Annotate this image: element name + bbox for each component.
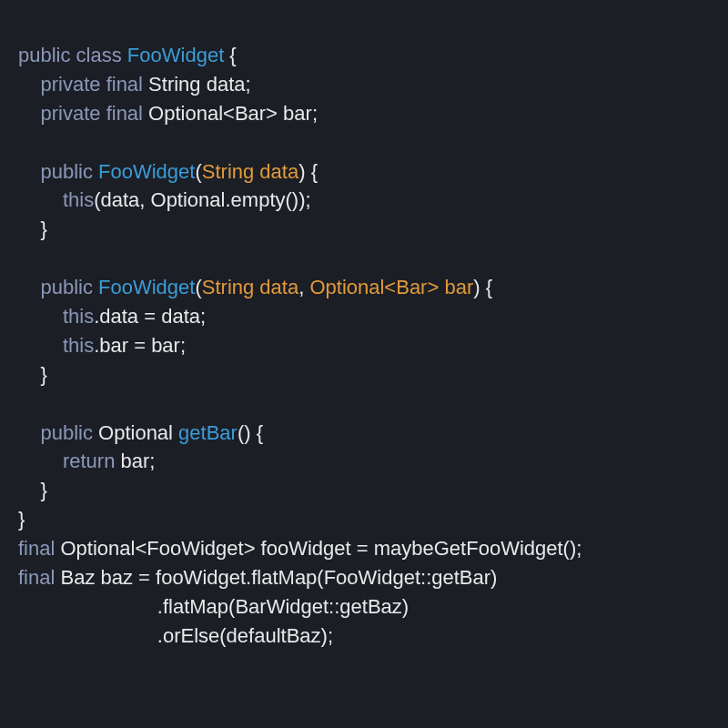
code-token: public — [18, 44, 70, 66]
code-line: this.data = data; — [18, 305, 206, 328]
code-token — [18, 450, 63, 472]
code-token: final — [18, 537, 55, 560]
code-token: ( — [195, 276, 201, 298]
code-token: (data, Optional.empty()); — [94, 188, 310, 211]
code-line: this(data, Optional.empty()); — [18, 188, 311, 211]
code-token: } — [18, 217, 47, 240]
code-token — [18, 305, 63, 328]
code-token: { — [224, 44, 236, 66]
code-token: .orElse(defaultBaz); — [18, 624, 333, 647]
code-token: this — [63, 188, 94, 211]
code-token — [18, 276, 40, 298]
code-token: , — [298, 276, 309, 298]
code-token: private — [40, 73, 100, 96]
code-line: return bar; — [18, 450, 155, 472]
code-token — [18, 102, 40, 125]
code-line: .flatMap(BarWidget::getBaz) — [18, 595, 409, 618]
code-token: this — [63, 305, 94, 328]
code-line: public Optional getBar() { — [18, 421, 263, 444]
code-token — [18, 73, 40, 96]
code-token: public — [40, 421, 92, 444]
code-token: class — [76, 44, 122, 66]
code-token: bar; — [115, 450, 155, 472]
code-token: () { — [238, 421, 263, 444]
code-token: return — [63, 450, 115, 472]
code-token: Optional<FooWidget> fooWidget = maybeGet… — [55, 537, 581, 560]
code-line: public class FooWidget { — [18, 44, 237, 66]
code-token: String data — [202, 276, 298, 298]
code-line: .orElse(defaultBaz); — [18, 624, 333, 647]
code-token: Optional<Bar> bar — [309, 276, 473, 298]
code-line: final Baz baz = fooWidget.flatMap(FooWid… — [18, 566, 497, 589]
code-token: final — [106, 73, 143, 96]
code-token: private — [40, 102, 100, 125]
code-token: FooWidget — [98, 276, 195, 298]
code-line: } — [18, 363, 47, 386]
code-token: public — [40, 276, 92, 298]
code-line: final Optional<FooWidget> fooWidget = ma… — [18, 537, 581, 560]
code-token: ( — [195, 160, 201, 183]
code-token: ) { — [298, 160, 318, 183]
code-block: public class FooWidget { private final S… — [0, 0, 728, 669]
code-token: } — [18, 479, 47, 501]
code-line: } — [18, 508, 25, 531]
code-token — [18, 334, 63, 357]
code-token: final — [18, 566, 55, 589]
code-line: } — [18, 217, 47, 240]
code-token: Optional — [93, 421, 178, 444]
code-token — [18, 421, 40, 444]
code-line: public FooWidget(String data, Optional<B… — [18, 276, 492, 298]
code-token: FooWidget — [127, 44, 224, 66]
code-token: Baz baz = fooWidget.flatMap(FooWidget::g… — [55, 566, 497, 589]
code-token: public — [40, 160, 92, 183]
code-line: } — [18, 479, 47, 501]
code-token: String data; — [143, 73, 251, 96]
code-token: ) { — [473, 276, 492, 298]
code-token: final — [106, 102, 143, 125]
code-token — [18, 160, 40, 183]
code-token: String data — [202, 160, 298, 183]
code-line: this.bar = bar; — [18, 334, 186, 357]
code-token — [18, 188, 63, 211]
code-token: .flatMap(BarWidget::getBaz) — [18, 595, 409, 618]
code-line: private final String data; — [18, 73, 251, 96]
code-line: public FooWidget(String data) { — [18, 160, 318, 183]
code-token: .data = data; — [94, 305, 206, 328]
code-token: FooWidget — [98, 160, 195, 183]
code-line: private final Optional<Bar> bar; — [18, 102, 318, 125]
code-token: Optional<Bar> bar; — [143, 102, 318, 125]
code-token: } — [18, 363, 47, 386]
code-token: getBar — [178, 421, 238, 444]
code-token: .bar = bar; — [94, 334, 186, 357]
code-token: } — [18, 508, 25, 531]
code-token: this — [63, 334, 94, 357]
